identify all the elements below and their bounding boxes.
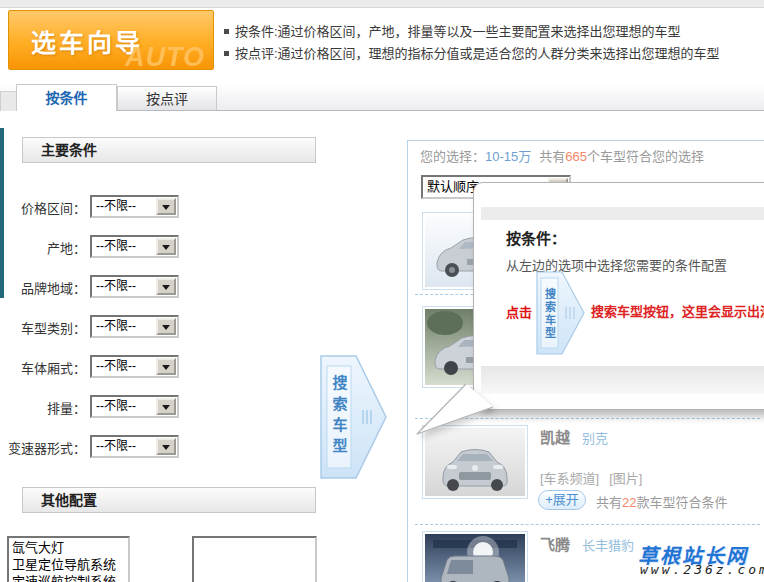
transmission-select[interactable]: --不限-- <box>90 435 179 458</box>
square-bullet-icon <box>224 29 229 34</box>
car-thumbnail-feiteng[interactable] <box>422 531 528 582</box>
dropdown-arrow-icon[interactable] <box>156 278 176 295</box>
car-title-row: 飞腾长丰猎豹 <box>540 533 634 554</box>
dropdown-arrow-icon[interactable] <box>156 398 176 415</box>
listbox-option-xenon[interactable]: 氙气大灯 <box>12 539 125 556</box>
price-range-select[interactable]: --不限-- <box>90 195 179 218</box>
model-count-text: 共有22款车型符合条件 <box>596 492 728 511</box>
site-watermark-url: www.236z.com <box>640 562 764 577</box>
wizard-logo-banner: 选车向导 AUTO <box>8 10 214 70</box>
series-channel-link[interactable]: [车系频道] <box>540 471 599 486</box>
tab-stub <box>0 91 17 111</box>
expand-button[interactable]: +展开 <box>538 490 586 510</box>
origin-select[interactable]: --不限-- <box>90 235 179 258</box>
header-descriptions: 按条件:通过价格区间，产地，排量等以及一些主要配置来选择出您理想的车型 按点评:… <box>224 21 720 65</box>
displacement-select[interactable]: --不限-- <box>90 395 179 418</box>
other-config-listbox[interactable]: 氙气大灯 卫星定位导航系统 定速巡航控制系统 <box>7 536 130 582</box>
section-header-main: 主要条件 <box>22 137 316 163</box>
popup-title: 按条件： <box>506 227 566 248</box>
auto-logo-watermark: AUTO <box>125 42 205 70</box>
filter-row-category: 车型类别： --不限-- <box>0 317 320 341</box>
filter-row-brand-region: 品牌地域： --不限-- <box>0 277 320 301</box>
popup-hint-text: 搜索车型按钮，这里会显示出满足 <box>591 301 764 320</box>
mini-search-cars-button-label[interactable]: 搜索车型 <box>541 279 558 349</box>
filter-row-displacement: 排量： --不限-- <box>0 397 320 421</box>
selected-config-listbox[interactable] <box>192 536 317 582</box>
filter-row-price: 价格区间： --不限-- <box>0 197 320 221</box>
popup-top-band <box>481 207 764 220</box>
pictures-link[interactable]: [图片] <box>609 471 642 486</box>
filter-row-body-style: 车体厢式： --不限-- <box>0 357 320 381</box>
section-header-other: 其他配置 <box>22 487 316 513</box>
body-style-select[interactable]: --不限-- <box>90 355 179 378</box>
car-name-link[interactable]: 飞腾 <box>540 536 570 553</box>
dropdown-arrow-icon[interactable] <box>156 438 176 455</box>
filter-row-transmission: 变速器形式： --不限-- <box>0 437 320 461</box>
tab-by-condition[interactable]: 按条件 <box>16 84 117 111</box>
car-photo <box>425 534 525 582</box>
dropdown-arrow-icon[interactable] <box>156 238 176 255</box>
expand-row: +展开 共有22款车型符合条件 <box>538 490 760 510</box>
filter-label-category: 车型类别： <box>0 317 86 340</box>
car-category-select[interactable]: --不限-- <box>90 315 179 338</box>
square-bullet-icon <box>224 51 229 56</box>
filter-label-brand-region: 品牌地域： <box>0 277 86 300</box>
selection-price-range: 10-15万 <box>485 149 531 164</box>
car-brand-link[interactable]: 长丰猎豹 <box>582 538 634 553</box>
filter-label-transmission: 变速器形式： <box>0 437 86 460</box>
filter-row-origin: 产地： --不限-- <box>0 237 320 261</box>
listbox-option-cruise[interactable]: 定速巡航控制系统 <box>12 573 125 582</box>
dropdown-arrow-icon[interactable] <box>156 358 176 375</box>
listbox-option-gps[interactable]: 卫星定位导航系统 <box>12 556 125 573</box>
dropdown-arrow-icon[interactable] <box>156 198 176 215</box>
model-count: 22 <box>622 495 636 510</box>
filter-label-body-style: 车体厢式： <box>0 357 86 380</box>
match-count: 665 <box>565 149 587 164</box>
filter-label-displacement: 排量： <box>0 397 86 420</box>
search-cars-button-label[interactable]: 搜索车型 <box>327 366 351 468</box>
plus-icon: + <box>545 492 553 507</box>
popup-tail <box>408 382 500 444</box>
header-bullet-1: 按条件:通过价格区间，产地，排量等以及一些主要配置来选择出您理想的车型 <box>224 21 720 43</box>
filter-label-price: 价格区间： <box>0 197 86 220</box>
tab-by-review[interactable]: 按点评 <box>117 86 217 110</box>
popup-click-label: 点击 <box>506 302 532 321</box>
list-separator <box>415 524 760 525</box>
header-bullet-2: 按点评:通过价格区间，理想的指标分值或是适合您的人群分类来选择出您理想的车型 <box>224 43 720 65</box>
popup-bottom-band <box>481 366 764 394</box>
filter-label-origin: 产地： <box>0 237 86 260</box>
car-links-row: [车系频道][图片] <box>540 468 652 487</box>
car-brand-link[interactable]: 别克 <box>582 431 608 446</box>
car-title-row: 凯越别克 <box>540 426 608 447</box>
brand-region-select[interactable]: --不限-- <box>90 275 179 298</box>
selection-summary: 您的选择：10-15万共有665个车型符合您的选择 <box>420 146 704 165</box>
window-top-strip <box>0 0 764 8</box>
dropdown-arrow-icon[interactable] <box>156 318 176 335</box>
car-name-link[interactable]: 凯越 <box>540 429 570 446</box>
help-popup: 按条件： 从左边的选项中选择您需要的条件配置 点击 搜索车型 搜索车型按钮，这里… <box>473 182 764 410</box>
